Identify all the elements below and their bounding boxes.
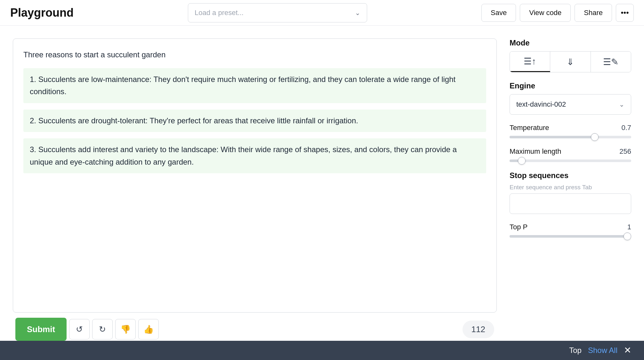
max-length-value: 256 bbox=[619, 147, 631, 156]
save-button[interactable]: Save bbox=[481, 4, 516, 22]
response-text-2: 2. Succulents are drought-tolerant: They… bbox=[30, 116, 358, 125]
top-p-label: Top P bbox=[510, 223, 527, 231]
header-actions: Save View code Share ••• bbox=[481, 4, 634, 22]
editor-container[interactable]: Three reasons to start a succulent garde… bbox=[13, 38, 497, 313]
mode-complete-icon: ☰↑ bbox=[524, 56, 536, 67]
settings-panel: Mode ☰↑ ⇓ ☰✎ Engine text-davinci-002 ⌄ bbox=[510, 38, 631, 341]
undo-button[interactable]: ↺ bbox=[69, 319, 90, 340]
redo-icon: ↻ bbox=[99, 324, 106, 334]
mode-edit-icon: ☰✎ bbox=[603, 57, 618, 67]
preset-dropdown[interactable]: Load a preset... ⌄ bbox=[188, 3, 367, 22]
preset-placeholder: Load a preset... bbox=[195, 9, 244, 17]
max-length-header: Maximum length 256 bbox=[510, 147, 631, 156]
temperature-fill bbox=[510, 136, 595, 138]
thumbsdown-button[interactable]: 👎 bbox=[115, 319, 136, 340]
top-p-header: Top P 1 bbox=[510, 223, 631, 231]
top-p-thumb[interactable] bbox=[624, 233, 631, 240]
response-item-3: 3. Succulents add interest and variety t… bbox=[23, 138, 486, 173]
temperature-thumb[interactable] bbox=[591, 133, 599, 141]
temperature-label: Temperature bbox=[510, 124, 549, 132]
view-code-button[interactable]: View code bbox=[520, 4, 571, 22]
more-icon: ••• bbox=[621, 8, 629, 17]
main-content: Three reasons to start a succulent garde… bbox=[0, 26, 644, 341]
stop-sequences-input[interactable] bbox=[510, 193, 631, 214]
close-button[interactable]: ✕ bbox=[624, 346, 631, 355]
mode-edit-button[interactable]: ☰✎ bbox=[591, 52, 631, 72]
thumbsup-icon: 👍 bbox=[143, 324, 154, 334]
top-p-section: Top P 1 bbox=[510, 223, 631, 238]
engine-label: Engine bbox=[510, 81, 631, 90]
redo-button[interactable]: ↻ bbox=[92, 319, 113, 340]
header: Playground Load a preset... ⌄ Save View … bbox=[0, 0, 644, 26]
chevron-down-icon: ⌄ bbox=[355, 9, 360, 17]
token-count: 112 bbox=[463, 321, 494, 338]
engine-value: text-davinci-002 bbox=[516, 100, 566, 109]
show-all-button[interactable]: Show All bbox=[588, 346, 617, 355]
editor-toolbar: Submit ↺ ↻ 👎 👍 112 bbox=[13, 318, 497, 341]
top-label: Top bbox=[569, 346, 582, 355]
response-text-1: 1. Succulents are low-maintenance: They … bbox=[30, 75, 455, 96]
thumbsup-button[interactable]: 👍 bbox=[138, 319, 159, 340]
submit-button[interactable]: Submit bbox=[15, 318, 67, 341]
max-length-slider[interactable] bbox=[510, 160, 631, 162]
engine-chevron-icon: ⌄ bbox=[619, 101, 624, 108]
temperature-slider[interactable] bbox=[510, 136, 631, 138]
header-center: Load a preset... ⌄ bbox=[74, 3, 481, 22]
stop-sequences-section: Stop sequences Enter sequence and press … bbox=[510, 171, 631, 214]
mode-label: Mode bbox=[510, 38, 631, 47]
top-p-value: 1 bbox=[627, 223, 631, 231]
share-button[interactable]: Share bbox=[575, 4, 612, 22]
bottom-bar: Top Show All ✕ bbox=[0, 341, 644, 360]
app-title: Playground bbox=[10, 6, 74, 20]
temperature-section: Temperature 0.7 bbox=[510, 124, 631, 138]
thumbsdown-icon: 👎 bbox=[120, 324, 131, 334]
temperature-value: 0.7 bbox=[621, 124, 631, 132]
undo-icon: ↺ bbox=[76, 324, 83, 334]
response-item-1: 1. Succulents are low-maintenance: They … bbox=[23, 68, 486, 103]
editor-section: Three reasons to start a succulent garde… bbox=[13, 38, 497, 341]
engine-dropdown[interactable]: text-davinci-002 ⌄ bbox=[510, 94, 631, 115]
max-length-section: Maximum length 256 bbox=[510, 147, 631, 162]
mode-section: Mode ☰↑ ⇓ ☰✎ bbox=[510, 38, 631, 72]
max-length-label: Maximum length bbox=[510, 147, 561, 156]
response-item-2: 2. Succulents are drought-tolerant: They… bbox=[23, 110, 486, 132]
editor-prompt: Three reasons to start a succulent garde… bbox=[23, 49, 486, 61]
mode-button-group: ☰↑ ⇓ ☰✎ bbox=[510, 51, 631, 72]
top-p-slider[interactable] bbox=[510, 235, 631, 238]
response-text-3: 3. Succulents add interest and variety t… bbox=[30, 145, 457, 166]
mode-insert-button[interactable]: ⇓ bbox=[550, 52, 591, 72]
mode-complete-button[interactable]: ☰↑ bbox=[510, 52, 550, 72]
max-length-thumb[interactable] bbox=[518, 157, 526, 165]
stop-sequences-hint: Enter sequence and press Tab bbox=[510, 184, 631, 191]
top-p-fill bbox=[510, 235, 631, 238]
mode-insert-icon: ⇓ bbox=[567, 57, 574, 67]
stop-sequences-label: Stop sequences bbox=[510, 171, 631, 180]
more-button[interactable]: ••• bbox=[616, 4, 634, 22]
temperature-header: Temperature 0.7 bbox=[510, 124, 631, 132]
engine-section: Engine text-davinci-002 ⌄ bbox=[510, 81, 631, 115]
